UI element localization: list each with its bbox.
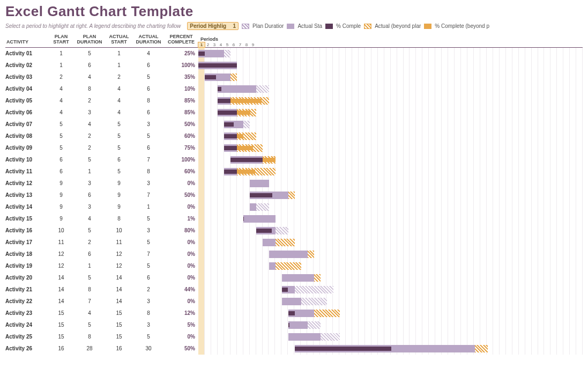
cell-pct: 80% xyxy=(164,225,198,237)
cell-pd: 3 xyxy=(74,107,105,119)
gantt-bar-cell xyxy=(198,189,583,201)
legend-actual-start: Actual Sta xyxy=(297,23,322,29)
cell-pct: 100% xyxy=(164,60,198,71)
cell-as: 16 xyxy=(105,343,133,355)
gantt-bar-cell xyxy=(198,201,583,213)
gantt-bar-cell xyxy=(198,319,583,331)
cell-pct: 35% xyxy=(164,71,198,83)
activity-name: Activity 05 xyxy=(5,95,48,107)
period-num: 4 xyxy=(218,42,224,47)
cell-ad: 5 xyxy=(133,260,164,272)
bar-pct xyxy=(224,170,237,174)
cell-pct: 0% xyxy=(164,201,198,213)
cell-pct: 0% xyxy=(164,260,198,272)
period-highlight-control[interactable]: Period Highlig xyxy=(187,22,239,30)
gantt-bar-cell xyxy=(198,130,583,142)
bar-pct xyxy=(256,229,272,233)
cell-pd: 2 xyxy=(74,95,105,107)
activity-name: Activity 15 xyxy=(5,213,48,225)
legend-plan: Plan Duratior xyxy=(252,23,284,29)
cell-pct: 60% xyxy=(164,130,198,142)
cell-pd: 8 xyxy=(74,331,105,343)
gantt-bar-cell xyxy=(198,154,583,166)
cell-ps: 1 xyxy=(48,48,74,60)
activity-name: Activity 18 xyxy=(5,248,48,260)
cell-ps: 15 xyxy=(48,319,74,331)
cell-ps: 11 xyxy=(48,237,74,248)
bar-pct xyxy=(198,63,237,68)
cell-ps: 9 xyxy=(48,189,74,201)
cell-ad: 6 xyxy=(133,60,164,71)
cell-pd: 6 xyxy=(74,189,105,201)
gantt-bar-cell xyxy=(198,284,583,296)
period-numbers: 123456789 xyxy=(198,42,583,47)
cell-as: 12 xyxy=(105,260,133,272)
period-highlight-input[interactable] xyxy=(228,23,236,29)
activity-name: Activity 20 xyxy=(5,272,48,284)
cell-ad: 6 xyxy=(133,83,164,95)
cell-pct: 0% xyxy=(164,237,198,248)
cell-pd: 5 xyxy=(74,272,105,284)
cell-as: 12 xyxy=(105,248,133,260)
cell-ps: 4 xyxy=(48,95,74,107)
activity-name: Activity 21 xyxy=(5,284,48,296)
period-num: 2 xyxy=(205,42,211,47)
period-num: 7 xyxy=(237,42,243,47)
col-actual-start: Actual Start xyxy=(105,33,133,48)
cell-ad: 5 xyxy=(133,71,164,83)
bar-actual xyxy=(288,333,321,341)
bar-actual xyxy=(288,321,308,329)
legend-note: Select a period to highlight at right. A… xyxy=(5,23,181,29)
bar-pct xyxy=(295,347,391,351)
cell-ad: 2 xyxy=(133,284,164,296)
gantt-bar-cell xyxy=(198,166,583,178)
activity-name: Activity 16 xyxy=(5,225,48,237)
activity-name: Activity 06 xyxy=(5,107,48,119)
bar-pct xyxy=(288,311,295,315)
swatch-actual-start xyxy=(287,24,294,29)
cell-pct: 85% xyxy=(164,95,198,107)
cell-pd: 4 xyxy=(74,307,105,319)
gantt-bar-cell xyxy=(198,272,583,284)
cell-pct: 100% xyxy=(164,154,198,166)
cell-pct: 12% xyxy=(164,307,198,319)
cell-ps: 5 xyxy=(48,119,74,130)
cell-pd: 4 xyxy=(74,71,105,83)
cell-ps: 15 xyxy=(48,331,74,343)
period-num: 6 xyxy=(230,42,237,47)
cell-as: 14 xyxy=(105,272,133,284)
period-num: 8 xyxy=(243,42,250,47)
activity-name: Activity 26 xyxy=(5,343,48,355)
cell-ps: 12 xyxy=(48,248,74,260)
cell-ps: 4 xyxy=(48,107,74,119)
gantt-bar-cell xyxy=(198,296,583,307)
cell-as: 4 xyxy=(105,95,133,107)
bar-pct-beyond xyxy=(263,158,276,162)
gantt-bar-cell xyxy=(198,260,583,272)
cell-ps: 1 xyxy=(48,60,74,71)
col-plan-start: Plan Start xyxy=(48,33,74,48)
bar-actual-beyond xyxy=(276,262,301,270)
cell-ps: 16 xyxy=(48,343,74,355)
cell-ad: 4 xyxy=(133,48,164,60)
cell-as: 5 xyxy=(105,130,133,142)
cell-as: 9 xyxy=(105,189,133,201)
cell-pd: 4 xyxy=(74,213,105,225)
cell-pd: 3 xyxy=(74,178,105,189)
bar-pct xyxy=(224,146,237,150)
cell-as: 4 xyxy=(105,107,133,119)
cell-pd: 2 xyxy=(74,142,105,154)
cell-as: 2 xyxy=(105,71,133,83)
cell-pd: 6 xyxy=(74,248,105,260)
cell-pd: 5 xyxy=(74,154,105,166)
gantt-bar-cell xyxy=(198,307,583,319)
bar-actual-beyond xyxy=(276,239,295,246)
gantt-bar-cell xyxy=(198,248,583,260)
cell-pct: 1% xyxy=(164,213,198,225)
activity-name: Activity 09 xyxy=(5,142,48,154)
cell-pct: 50% xyxy=(164,343,198,355)
cell-pd: 5 xyxy=(74,319,105,331)
cell-pct: 0% xyxy=(164,331,198,343)
cell-ps: 15 xyxy=(48,307,74,319)
gantt-bar-cell xyxy=(198,142,583,154)
